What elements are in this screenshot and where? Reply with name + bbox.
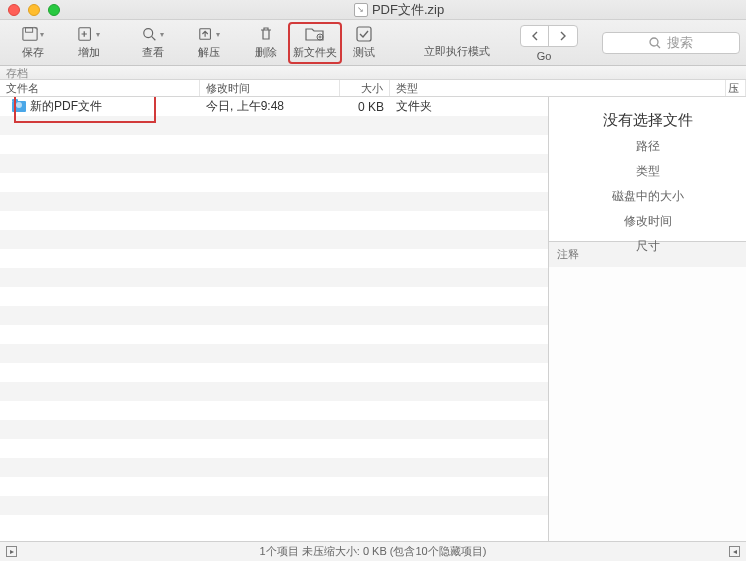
table-row — [0, 230, 548, 249]
svg-rect-1 — [26, 28, 33, 32]
file-name: 新的PDF文件 — [30, 98, 102, 115]
search-icon: ▾ — [142, 25, 164, 43]
back-button[interactable] — [521, 26, 549, 46]
chevron-left-icon — [530, 31, 540, 41]
table-row — [0, 420, 548, 439]
table-row — [0, 515, 548, 534]
new-folder-button[interactable]: 新文件夹 — [288, 22, 342, 64]
forward-button[interactable] — [549, 26, 577, 46]
add-button[interactable]: ▾ 增加 — [62, 22, 116, 64]
svg-rect-6 — [357, 27, 371, 41]
svg-point-7 — [650, 38, 658, 46]
test-button[interactable]: 测试 — [344, 22, 384, 64]
column-name[interactable]: 文件名 — [0, 80, 200, 96]
archive-icon — [354, 3, 368, 17]
no-selection-title: 没有选择文件 — [603, 111, 693, 130]
column-size[interactable]: 大小 — [340, 80, 390, 96]
table-row — [0, 211, 548, 230]
search-icon — [649, 37, 661, 49]
svg-rect-0 — [23, 28, 37, 40]
status-expand-right-button[interactable]: ◂ — [729, 546, 740, 557]
zoom-window-button[interactable] — [48, 4, 60, 16]
toolbar: ▾ 保存 ▾ 增加 ▾ 查看 ▾ 解压 — [0, 20, 746, 66]
info-type-label: 类型 — [636, 163, 660, 180]
table-row — [0, 249, 548, 268]
extract-icon: ▾ — [198, 25, 220, 43]
file-list[interactable]: 新的PDF文件今日, 上午9:480 KB文件夹 — [0, 97, 548, 541]
check-icon — [353, 25, 375, 43]
table-row — [0, 439, 548, 458]
window-title-text: PDF文件.zip — [372, 1, 444, 19]
status-bar: ▸ 1个项目 未压缩大小: 0 KB (包含10个隐藏项目) ◂ — [0, 541, 746, 561]
go-label: Go — [537, 50, 552, 62]
save-button[interactable]: ▾ 保存 — [6, 22, 60, 64]
status-text: 1个项目 未压缩大小: 0 KB (包含10个隐藏项目) — [25, 544, 721, 559]
new-folder-icon — [304, 25, 326, 43]
main-area: 新的PDF文件今日, 上午9:480 KB文件夹 没有选择文件 路径 类型 磁盘… — [0, 97, 746, 541]
titlebar: PDF文件.zip — [0, 0, 746, 20]
trash-icon — [255, 25, 277, 43]
nav-buttons — [520, 25, 578, 47]
info-path-label: 路径 — [636, 138, 660, 155]
table-row — [0, 477, 548, 496]
extract-button[interactable]: ▾ 解压 — [182, 22, 236, 64]
info-mtime-label: 修改时间 — [624, 213, 672, 230]
info-disksize-label: 磁盘中的大小 — [612, 188, 684, 205]
table-row — [0, 306, 548, 325]
table-row — [0, 344, 548, 363]
search-field[interactable]: 搜索 — [602, 32, 740, 54]
cell-size: 0 KB — [340, 100, 390, 114]
cell-mtime: 今日, 上午9:48 — [200, 98, 340, 115]
minimize-window-button[interactable] — [28, 4, 40, 16]
close-window-button[interactable] — [8, 4, 20, 16]
add-icon: ▾ — [78, 25, 100, 43]
table-row — [0, 325, 548, 344]
table-row — [0, 458, 548, 477]
window-title: PDF文件.zip — [60, 1, 738, 19]
view-button[interactable]: ▾ 查看 — [126, 22, 180, 64]
table-row — [0, 116, 548, 135]
comment-label: 注释 — [549, 242, 746, 267]
table-row — [0, 363, 548, 382]
chevron-right-icon — [558, 31, 568, 41]
table-row — [0, 496, 548, 515]
table-row — [0, 287, 548, 306]
table-row — [0, 192, 548, 211]
column-headers: 文件名 修改时间 大小 类型 压 — [0, 80, 746, 97]
window-controls — [8, 4, 60, 16]
cell-name: 新的PDF文件 — [0, 98, 200, 115]
svg-point-3 — [144, 29, 153, 38]
table-row — [0, 268, 548, 287]
table-row — [0, 135, 548, 154]
column-compressed[interactable]: 压 — [726, 80, 746, 96]
info-sidebar: 没有选择文件 路径 类型 磁盘中的大小 修改时间 尺寸 注释 — [548, 97, 746, 541]
delete-button[interactable]: 删除 — [246, 22, 286, 64]
column-type[interactable]: 类型 — [390, 80, 726, 96]
status-expand-left-button[interactable]: ▸ — [6, 546, 17, 557]
table-row — [0, 382, 548, 401]
column-mtime[interactable]: 修改时间 — [200, 80, 340, 96]
table-row — [0, 173, 548, 192]
folder-icon — [12, 101, 26, 112]
table-row[interactable]: 新的PDF文件今日, 上午9:480 KB文件夹 — [0, 97, 548, 116]
table-row — [0, 154, 548, 173]
info-panel: 没有选择文件 路径 类型 磁盘中的大小 修改时间 尺寸 — [549, 97, 746, 242]
save-icon: ▾ — [22, 25, 44, 43]
exec-mode-label[interactable]: 立即执行模式 — [424, 26, 490, 59]
section-archive-label: 存档 — [0, 66, 746, 80]
comment-area[interactable] — [549, 267, 746, 541]
table-row — [0, 401, 548, 420]
cell-type: 文件夹 — [390, 98, 548, 115]
